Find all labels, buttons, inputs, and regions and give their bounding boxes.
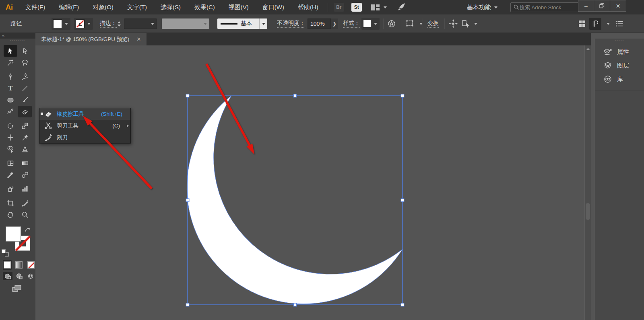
artboard-tool[interactable] <box>4 197 17 209</box>
graphic-style-picker[interactable] <box>361 18 380 30</box>
panel-tab-properties[interactable]: 属性 <box>595 45 644 59</box>
flyout-item-knife[interactable]: 刻刀 <box>39 131 130 143</box>
toolbar-grip[interactable]: ▪▪▪▪▪▪▪▪ <box>0 39 35 43</box>
align-objects-button[interactable] <box>448 14 458 33</box>
magic-wand-tool[interactable] <box>4 57 17 68</box>
fill-proxy[interactable] <box>6 226 21 242</box>
panel-dock-grip[interactable]: ▪▪▪▪▪ <box>595 39 644 43</box>
panel-tab-layers[interactable]: 图层 <box>595 59 644 72</box>
stroke-weight-stepper[interactable] <box>118 18 121 29</box>
menu-help[interactable]: 帮助(H) <box>291 0 325 14</box>
draw-behind-button[interactable] <box>14 272 24 280</box>
brush-dropdown-chevron[interactable] <box>259 18 267 29</box>
share-button[interactable] <box>397 2 406 12</box>
gradient-button[interactable] <box>14 260 23 270</box>
collapse-dock-button[interactable]: « <box>2 33 4 38</box>
selection-handle[interactable] <box>293 303 297 306</box>
stroke-weight-field[interactable] <box>124 18 157 29</box>
selection-handle[interactable] <box>293 94 297 97</box>
isolate-selected-object-button[interactable] <box>406 14 423 33</box>
selection-handle[interactable] <box>401 303 404 306</box>
selection-handle[interactable] <box>401 94 404 97</box>
zoom-tool[interactable] <box>18 209 32 220</box>
panel-tab-libraries[interactable]: 库 <box>595 72 644 86</box>
close-button[interactable]: ✕ <box>610 0 626 12</box>
workspace-switcher[interactable]: 基本功能 <box>467 0 497 14</box>
stroke-color-picker[interactable] <box>74 18 93 30</box>
scale-tool[interactable] <box>18 120 32 131</box>
hand-tool[interactable] <box>4 209 17 220</box>
selection-handle[interactable] <box>186 199 189 202</box>
menu-type[interactable]: 文字(T) <box>120 0 154 14</box>
transform-link[interactable]: 变换 <box>427 20 439 28</box>
fill-swatch[interactable] <box>53 19 62 28</box>
canvas[interactable] <box>35 45 584 320</box>
document-tab[interactable]: 未标题-1* @ 150% (RGB/GPU 预览) ✕ <box>35 33 147 45</box>
draw-inside-button[interactable] <box>26 272 35 280</box>
fill-color-picker[interactable] <box>52 18 70 30</box>
control-panel-menu-button[interactable] <box>615 14 624 33</box>
menu-select[interactable]: 选择(S) <box>154 0 188 14</box>
line-segment-tool[interactable] <box>18 82 32 94</box>
style-label[interactable]: 样式： <box>343 20 360 28</box>
paintbrush-tool[interactable] <box>18 94 32 106</box>
shaper-tool[interactable] <box>4 106 17 117</box>
symbol-sprayer-tool[interactable] <box>4 183 17 195</box>
stroke-profile-dropdown[interactable] <box>162 18 209 29</box>
arrange-documents-button[interactable] <box>371 4 387 11</box>
selection-handle[interactable] <box>186 303 189 306</box>
workspace-grid-button[interactable] <box>578 14 586 33</box>
puppet-warp-tool[interactable] <box>18 131 32 143</box>
menu-edit[interactable]: 编辑(E) <box>52 0 86 14</box>
selection-tool[interactable] <box>4 45 17 57</box>
brush-definition-dropdown[interactable]: 基本 <box>217 18 259 29</box>
menu-object[interactable]: 对象(O) <box>86 0 120 14</box>
recolor-artwork-button[interactable] <box>387 14 396 33</box>
bridge-button[interactable]: Br <box>334 3 344 12</box>
selection-handle[interactable] <box>186 94 189 97</box>
shape-builder-tool[interactable] <box>4 143 17 155</box>
stock-search[interactable] <box>510 2 580 12</box>
blend-tool[interactable] <box>18 169 32 181</box>
opacity-expand-button[interactable]: ❯ <box>331 18 338 29</box>
eraser-tool[interactable] <box>18 106 32 117</box>
align-to-selection-button[interactable] <box>461 14 477 33</box>
menu-window[interactable]: 窗口(W) <box>256 0 291 14</box>
ellipse-tool[interactable] <box>4 94 17 106</box>
color-button[interactable] <box>3 260 12 270</box>
none-button[interactable] <box>27 260 35 270</box>
style-swatch[interactable] <box>363 20 371 28</box>
swap-fill-stroke-button[interactable] <box>24 226 31 234</box>
selection-handle[interactable] <box>401 199 404 202</box>
minimize-button[interactable]: – <box>578 0 594 12</box>
vertical-scrollbar[interactable] <box>584 45 591 320</box>
flyout-item-eraser[interactable]: 橡皮擦工具 (Shift+E) <box>39 108 130 120</box>
crescent-shape[interactable] <box>187 96 402 304</box>
eyedropper-tool[interactable] <box>4 169 17 181</box>
column-graph-tool[interactable] <box>18 183 32 195</box>
scroll-up-icon[interactable] <box>586 48 590 50</box>
type-tool[interactable]: T <box>4 82 17 94</box>
scrollbar-thumb[interactable] <box>586 203 590 220</box>
change-screen-mode-button[interactable] <box>11 284 23 294</box>
pen-tool[interactable] <box>4 71 17 82</box>
rotate-tool[interactable] <box>4 120 17 131</box>
lasso-tool[interactable] <box>18 57 32 68</box>
width-tool[interactable] <box>4 131 17 143</box>
menu-file[interactable]: 文件(F) <box>19 0 52 14</box>
menu-effect[interactable]: 效果(C) <box>188 0 222 14</box>
direct-selection-tool[interactable] <box>18 45 32 57</box>
tab-close-icon[interactable]: ✕ <box>136 36 141 42</box>
default-fill-stroke-button[interactable] <box>2 249 9 256</box>
slice-tool[interactable] <box>18 197 32 209</box>
stock-button[interactable]: St <box>351 3 362 12</box>
opacity-label[interactable]: 不透明度： <box>277 20 305 28</box>
curvature-tool[interactable] <box>18 71 32 82</box>
mesh-tool[interactable] <box>4 157 17 169</box>
perspective-grid-tool[interactable] <box>18 143 32 155</box>
panel-dock-toggle-button[interactable] <box>589 18 601 30</box>
flyout-item-scissors[interactable]: 剪刀工具 (C) <box>39 120 130 131</box>
menu-view[interactable]: 视图(V) <box>222 0 256 14</box>
gradient-tool[interactable] <box>18 157 32 169</box>
search-input[interactable] <box>520 4 568 10</box>
